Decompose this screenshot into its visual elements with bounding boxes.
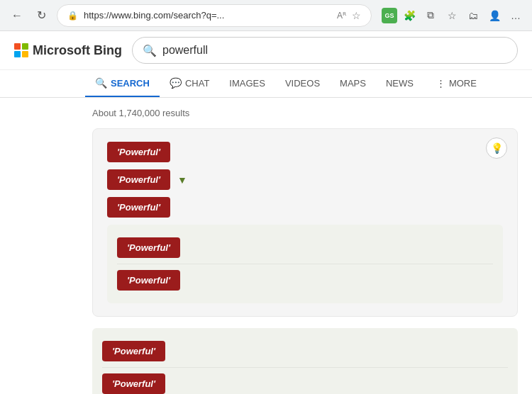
search-query[interactable]: powerfull (162, 44, 208, 57)
tab-images[interactable]: IMAGES (219, 71, 275, 97)
more-correction-btn-1[interactable]: 'Powerful' (102, 341, 165, 361)
more-correction-btn-2[interactable]: 'Powerful' (102, 373, 165, 394)
reader-icon: Aᴿ (337, 11, 346, 21)
split-view-button[interactable]: ⧉ (421, 6, 440, 25)
nav-tabs: 🔍 SEARCH 💬 CHAT IMAGES VIDEOS MAPS NEWS … (0, 70, 532, 98)
correction-btn-3[interactable]: 'Powerful' (107, 197, 170, 218)
search-tab-icon: 🔍 (95, 77, 107, 89)
search-icon: 🔍 (143, 44, 157, 57)
tab-news[interactable]: NEWS (376, 71, 423, 97)
correction-btn-2[interactable]: 'Powerful' (107, 169, 170, 190)
logo-sq-red (14, 43, 21, 50)
sub-result-row-2: 'Powerful' (117, 264, 493, 296)
url-text: https://www.bing.com/search?q=... (84, 10, 331, 21)
news-tab-label: NEWS (386, 78, 414, 89)
back-button[interactable]: ← (7, 6, 27, 26)
tab-search[interactable]: 🔍 SEARCH (85, 70, 160, 97)
logo-sq-yellow (22, 51, 28, 57)
microsoft-logo (14, 43, 28, 57)
more-result-row-1: 'Powerful' (102, 335, 508, 368)
sub-result-row-1: 'Powerful' (117, 232, 493, 264)
more-tab-icon: ⋮ (436, 78, 445, 89)
search-box[interactable]: 🔍 powerfull (132, 37, 518, 64)
tab-more[interactable]: ⋮ MORE (426, 71, 487, 97)
star-icon[interactable]: ☆ (352, 10, 361, 21)
gs-extension-icon[interactable]: GS (382, 8, 397, 23)
correction-row-1: 'Powerful' (107, 142, 503, 162)
bing-logo-text: Microsoft Bing (33, 43, 122, 58)
browser-toolbar: GS 🧩 ⧉ ☆ 🗂 👤 … (382, 6, 525, 25)
images-tab-label: IMAGES (229, 78, 265, 89)
correction-card: 💡 'Powerful' 'Powerful' ▼ 'Powerful' 'Po… (92, 128, 518, 317)
maps-tab-label: MAPS (340, 78, 366, 89)
nav-buttons: ← ↻ (7, 6, 51, 26)
extensions-button[interactable]: 🧩 (400, 6, 419, 25)
more-results-card: 'Powerful' 'Powerful' (92, 328, 518, 394)
sub-correction-btn-2[interactable]: 'Powerful' (117, 270, 180, 291)
dropdown-arrow[interactable]: ▼ (177, 174, 187, 186)
main-content: About 1,740,000 results 💡 'Powerful' 'Po… (0, 98, 532, 394)
search-tab-label: SEARCH (111, 78, 150, 89)
more-tab-label: MORE (449, 78, 477, 89)
profile-button[interactable]: 👤 (485, 6, 504, 25)
favorites-button[interactable]: ☆ (443, 6, 461, 25)
tab-videos[interactable]: VIDEOS (275, 71, 330, 97)
address-bar[interactable]: 🔒 https://www.bing.com/search?q=... Aᴿ ☆ (57, 4, 372, 27)
logo-sq-blue (14, 51, 21, 57)
sub-correction-btn-1[interactable]: 'Powerful' (117, 237, 180, 258)
videos-tab-label: VIDEOS (285, 78, 320, 89)
more-tools-button[interactable]: … (506, 6, 525, 25)
tab-chat[interactable]: 💬 CHAT (160, 70, 219, 97)
bing-logo[interactable]: Microsoft Bing (14, 43, 122, 58)
tab-maps[interactable]: MAPS (330, 71, 376, 97)
refresh-button[interactable]: ↻ (31, 6, 51, 26)
browser-chrome: ← ↻ 🔒 https://www.bing.com/search?q=... … (0, 0, 532, 31)
more-result-row-2: 'Powerful' (102, 368, 508, 394)
results-count: About 1,740,000 results (92, 108, 518, 118)
chat-tab-icon: 💬 (170, 77, 182, 89)
correction-btn-1[interactable]: 'Powerful' (107, 142, 170, 162)
correction-row-3: 'Powerful' (107, 197, 503, 218)
logo-sq-green (22, 43, 28, 50)
lightbulb-button[interactable]: 💡 (486, 137, 507, 159)
bing-header: Microsoft Bing 🔍 powerfull (0, 31, 532, 70)
lock-icon: 🔒 (67, 11, 78, 21)
sub-results: 'Powerful' 'Powerful' (107, 225, 503, 303)
collections-button[interactable]: 🗂 (464, 6, 482, 25)
correction-row-2: 'Powerful' ▼ (107, 169, 503, 190)
chat-tab-label: CHAT (185, 78, 209, 89)
